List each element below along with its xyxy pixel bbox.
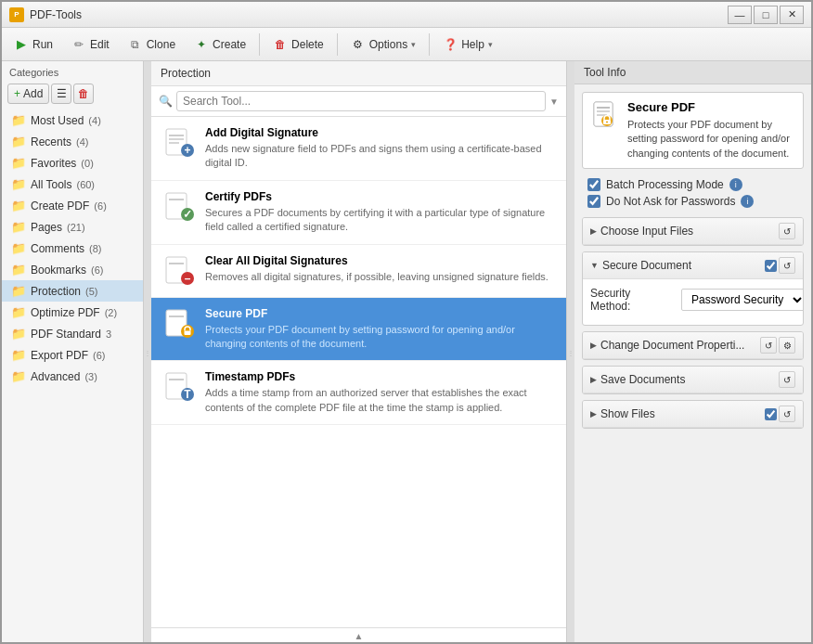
tool-item-certify-pdfs[interactable]: ✓ Certify PDFs Secures a PDF documents b… [151,181,566,245]
secure-doc-checkbox[interactable] [765,260,777,272]
search-dropdown-icon[interactable]: ▼ [549,97,559,107]
batch-mode-checkbox[interactable] [587,178,600,191]
show-files-header[interactable]: ▶ Show Files ↺ [583,401,803,428]
tool-name: Clear All Digital Signatures [205,254,548,267]
sidebar-item-advanced[interactable]: 📁 Advanced (3) [2,366,143,387]
sidebar-item-bookmarks[interactable]: 📁 Bookmarks (6) [2,259,143,280]
show-files-controls: ↺ [765,406,795,422]
sidebar-item-create-pdf[interactable]: 📁 Create PDF (6) [2,195,143,216]
save-docs-header[interactable]: ▶ Save Documents ↺ [583,367,803,393]
sidebar-item-label: Recents [31,135,71,148]
sidebar-icon-btn-1[interactable]: ☰ [51,84,71,104]
search-input[interactable] [176,91,546,111]
tool-icon-certify-pdfs: ✓ [162,190,196,224]
save-docs-title: Save Documents [600,373,685,386]
minimize-button[interactable]: — [728,6,752,24]
title-bar: P PDF-Tools — □ ✕ [2,2,811,28]
search-bar: 🔍 ▼ [151,86,566,117]
svg-text:–: – [185,272,191,285]
tool-text-secure-pdf: Secure PDF Protects your PDF document by… [205,307,555,352]
run-button[interactable]: ▶ Run [6,32,61,58]
sidebar-item-count: 3 [106,328,111,340]
no-password-checkbox[interactable] [587,195,600,208]
sidebar-item-recents[interactable]: 📁 Recents (4) [2,131,143,152]
tool-name: Timestamp PDFs [205,370,555,383]
tool-item-timestamp-pdfs[interactable]: T Timestamp PDFs Adds a time stamp from … [151,361,566,425]
options-button[interactable]: ⚙ Options ▾ [342,32,424,58]
sidebar-item-comments[interactable]: 📁 Comments (8) [2,238,143,259]
clone-button[interactable]: ⧉ Clone [120,32,184,58]
sidebar-icon-btn-2[interactable]: 🗑 [73,84,94,104]
save-docs-reset[interactable]: ↺ [779,371,795,388]
sidebar-item-count: (6) [94,200,106,212]
change-doc-props-reset[interactable]: ↺ [760,337,777,354]
batch-mode-info-icon[interactable]: i [729,178,742,191]
tool-info-panel: Tool Info [574,61,811,644]
tool-info-text-container: Secure PDF Protects your PDF document by… [627,100,795,161]
sidebar-item-protection[interactable]: 📁 Protection (5) [2,280,143,302]
sidebar-item-export-pdf[interactable]: 📁 Export PDF (6) [2,344,143,366]
choose-input-header[interactable]: ▶ Choose Input Files ↺ [583,218,803,245]
close-button[interactable]: ✕ [780,6,804,24]
help-button[interactable]: ❓ Help ▾ [434,32,501,58]
search-icon: 🔍 [159,95,173,108]
sidebar-item-all-tools[interactable]: 📁 All Tools (60) [2,174,143,195]
folder-icon: 📁 [11,199,26,213]
show-files-checkbox[interactable] [765,408,777,420]
change-doc-props-settings[interactable]: ⚙ [779,337,795,354]
sidebar-item-pdf-standard[interactable]: 📁 PDF Standard 3 [2,323,143,344]
sidebar-item-label: All Tools [31,178,71,191]
sidebar-item-most-used[interactable]: 📁 Most Used (4) [2,109,143,131]
tool-item-secure-pdf[interactable]: Secure PDF Protects your PDF document by… [151,298,566,362]
sidebar-item-count: (6) [93,350,105,361]
tool-name: Certify PDFs [205,190,555,203]
save-docs-arrow: ▶ [590,375,597,384]
sidebar-item-label: Most Used [31,114,84,127]
sidebar-item-optimize-pdf[interactable]: 📁 Optimize PDF (2) [2,302,143,323]
tool-name: Secure PDF [205,307,555,320]
folder-icon: 📁 [11,263,26,277]
resize-handle-1[interactable]: ⋮ [144,61,151,644]
delete-button[interactable]: 🗑 Delete [265,32,332,58]
sidebar-actions: + Add ☰ 🗑 [2,82,143,109]
sidebar-item-count: (5) [85,286,97,297]
show-files-section: ▶ Show Files ↺ [582,400,804,429]
choose-input-reset[interactable]: ↺ [779,223,795,239]
folder-icon: 📁 [11,220,26,234]
sidebar-item-count: (0) [81,158,93,169]
change-doc-props-arrow: ▶ [590,341,597,350]
svg-text:T: T [184,388,191,401]
no-password-info-icon[interactable]: i [741,195,754,208]
folder-icon: 📁 [11,284,26,298]
secure-doc-header[interactable]: ▼ Secure Document ↺ [583,252,803,279]
sidebar-item-favorites[interactable]: 📁 Favorites (0) [2,152,143,174]
tool-info-content: Secure PDF Protects your PDF document by… [574,84,811,436]
edit-button[interactable]: ✏ Edit [63,32,118,58]
tool-text-clear-all-sigs: Clear All Digital Signatures Removes all… [205,254,548,284]
svg-text:✓: ✓ [183,208,192,221]
tool-info-desc: Secure PDF Protects your PDF document by… [582,92,804,169]
maximize-button[interactable]: □ [754,6,778,24]
tool-icon-add-digital-sig: + [162,126,196,160]
sidebar-item-label: Pages [31,221,62,234]
secure-doc-reset[interactable]: ↺ [779,257,795,274]
add-button[interactable]: + Add [7,84,49,104]
plus-icon: + [14,87,20,100]
resize-handle-2[interactable]: ⋮ [567,61,574,644]
tool-item-clear-all-sigs[interactable]: – Clear All Digital Signatures Removes a… [151,245,566,298]
security-method-select[interactable]: Password Security [681,289,804,311]
tool-item-add-digital-sig[interactable]: + Add Digital Signature Adds new signatu… [151,117,566,181]
create-button[interactable]: ✦ Create [186,32,254,58]
sidebar-item-count: (4) [76,136,88,148]
window-controls: — □ ✕ [728,6,804,24]
sidebar-item-pages[interactable]: 📁 Pages (21) [2,216,143,238]
batch-mode-row: Batch Processing Mode i [587,178,798,191]
tool-info-description: Protects your PDF document by setting pa… [627,118,795,161]
app-icon: P [9,7,24,22]
show-files-reset[interactable]: ↺ [779,406,795,422]
no-password-row: Do Not Ask for Passwords i [587,195,798,208]
sidebar-item-label: Export PDF [31,349,88,362]
secure-doc-section: ▼ Secure Document ↺ Security Method: Pas… [582,251,804,326]
change-doc-props-header[interactable]: ▶ Change Document Properti... ↺ ⚙ [583,332,803,359]
sidebar-item-label: Bookmarks [31,264,86,277]
